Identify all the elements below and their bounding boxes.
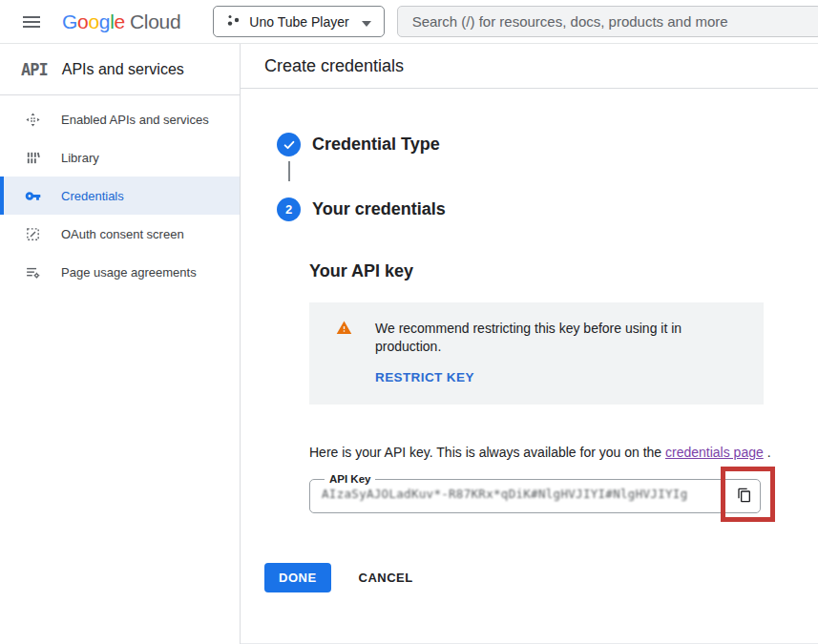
sidebar-item-oauth-consent[interactable]: OAuth consent screen — [0, 215, 240, 253]
step-your-credentials: 2 Your credentials — [277, 197, 818, 221]
section-heading: Your API key — [309, 261, 818, 281]
google-cloud-logo[interactable]: Google Cloud — [62, 10, 180, 33]
sidebar-item-credentials[interactable]: Credentials — [0, 177, 240, 215]
done-button[interactable]: DONE — [264, 563, 331, 592]
sidebar-item-label: Enabled APIs and services — [61, 113, 209, 127]
apps-arrows-icon — [24, 111, 41, 128]
menu-icon[interactable] — [23, 16, 42, 28]
google-cloud-console: Google Cloud Uno Tube Player API APIs an… — [0, 0, 818, 644]
api-key-field-label: API Key — [325, 473, 375, 485]
key-info-text: Here is your API key. This is always ava… — [309, 445, 818, 460]
sidebar-item-label: OAuth consent screen — [61, 227, 184, 241]
sidebar-item-library[interactable]: Library — [0, 138, 240, 177]
chevron-down-icon — [362, 14, 371, 30]
apis-services-icon: API — [21, 60, 48, 79]
sidebar-item-label: Library — [61, 151, 99, 165]
consent-icon — [24, 225, 41, 242]
api-key-field[interactable]: API Key AIzaSyAJOLadKuv*-R87KRx*qDiK#Nlg… — [309, 473, 761, 513]
credentials-page-link[interactable]: credentials page — [665, 445, 764, 460]
key-info-before: Here is your API key. This is always ava… — [309, 445, 665, 460]
check-circle-icon — [277, 133, 301, 156]
top-bar: Google Cloud Uno Tube Player — [0, 0, 818, 44]
sidebar-nav: Enabled APIs and services Library — [0, 95, 240, 291]
create-credentials-content: Credential Type 2 Your credentials Your … — [241, 89, 818, 592]
step-label: Credential Type — [312, 135, 440, 155]
cancel-button[interactable]: CANCEL — [357, 563, 415, 592]
console-frame: API APIs and services Enabled APIs and s… — [0, 44, 818, 644]
key-icon — [24, 187, 41, 204]
warning-text: We recommend restricting this key before… — [375, 320, 745, 356]
search-input[interactable] — [397, 6, 818, 37]
project-selector[interactable]: Uno Tube Player — [213, 6, 384, 37]
sidebar-item-enabled-apis[interactable]: Enabled APIs and services — [0, 100, 240, 138]
sidebar: API APIs and services Enabled APIs and s… — [0, 44, 241, 644]
api-key-field-row: API Key AIzaSyAJOLadKuv*-R87KRx*qDiK#Nlg… — [309, 473, 761, 515]
sidebar-item-label: Credentials — [61, 189, 124, 203]
api-key-value: AIzaSyAJOLadKuv*-R87KRx*qDiK#NlgHVJIYI#N… — [322, 487, 716, 501]
restrict-key-button[interactable]: RESTRICT KEY — [375, 370, 474, 384]
dialog-actions: DONE CANCEL — [264, 563, 818, 592]
step-connector-line — [288, 161, 290, 181]
library-icon — [24, 149, 41, 166]
step-2-circle: 2 — [277, 197, 301, 221]
sidebar-title: APIs and services — [62, 61, 184, 78]
warning-body: We recommend restricting this key before… — [375, 320, 745, 385]
key-info-after: . — [764, 445, 771, 460]
project-name: Uno Tube Player — [249, 14, 348, 30]
page-title: Create credentials — [264, 56, 404, 76]
google-logo-text: Google — [62, 10, 125, 33]
copy-button[interactable] — [730, 482, 759, 510]
warning-icon — [336, 320, 352, 385]
step-credential-type: Credential Type — [277, 133, 818, 156]
main-panel: Create credentials Credential Type 2 You… — [241, 44, 818, 644]
sidebar-item-page-usage[interactable]: Page usage agreements — [0, 253, 240, 291]
step-label: Your credentials — [312, 199, 446, 219]
copy-icon — [737, 488, 752, 506]
your-api-key-section: Your API key We recommend restricting th… — [309, 261, 818, 592]
agreements-icon — [24, 263, 41, 280]
cloud-logo-text: Cloud — [130, 10, 180, 33]
restrict-key-warning: We recommend restricting this key before… — [309, 302, 764, 405]
project-icon — [226, 13, 241, 31]
main-header: Create credentials — [241, 44, 818, 89]
sidebar-header: API APIs and services — [0, 44, 240, 95]
sidebar-item-label: Page usage agreements — [61, 265, 197, 280]
